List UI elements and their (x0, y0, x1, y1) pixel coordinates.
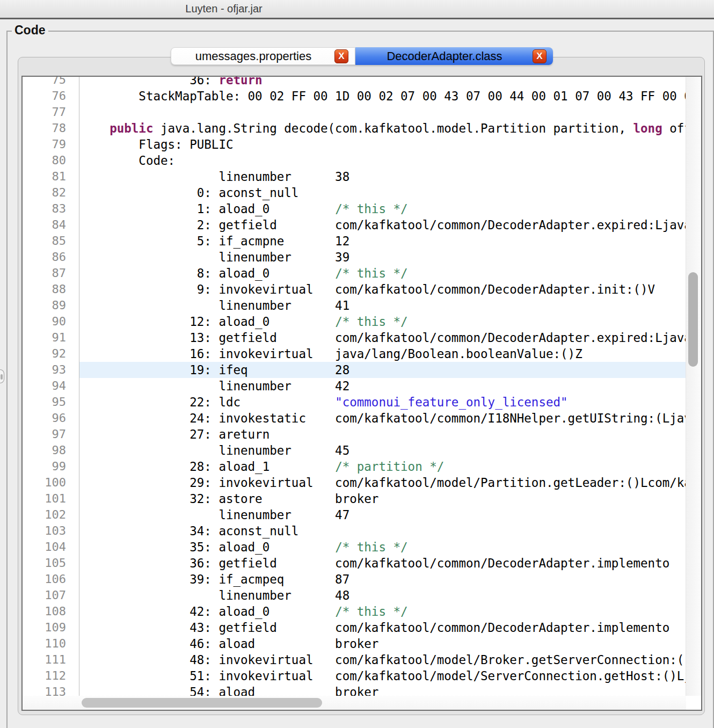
code-text[interactable]: 2: getfield com/kafkatool/common/Decoder… (79, 217, 702, 233)
code-line[interactable]: 79 Flags: PUBLIC (23, 136, 702, 152)
code-line[interactable]: 87 8: aload_0 /* this */ (23, 265, 702, 281)
code-text[interactable]: 12: aload_0 /* this */ (79, 314, 702, 330)
horizontal-scrollbar-thumb[interactable] (82, 698, 322, 708)
code-line[interactable]: 82 0: aconst_null (23, 185, 702, 201)
code-text[interactable]: 0: aconst_null (79, 185, 702, 201)
code-line[interactable]: 86 linenumber 39 (23, 249, 702, 265)
code-text[interactable]: linenumber 42 (79, 378, 702, 394)
tab-umessages-properties[interactable]: umessages.properties X (171, 47, 355, 65)
code-line[interactable]: 100 29: invokevirtual com/kafkatool/mode… (23, 475, 702, 491)
code-line[interactable]: 94 linenumber 42 (23, 378, 702, 394)
code-line[interactable]: 103 34: aconst_null (23, 523, 702, 539)
code-line[interactable]: 92 16: invokevirtual java/lang/Boolean.b… (23, 346, 702, 362)
code-line[interactable]: 85 5: if_acmpne 12 (23, 233, 702, 249)
code-line[interactable]: 88 9: invokevirtual com/kafkatool/common… (23, 281, 702, 297)
code-text[interactable]: 19: ifeq 28 (79, 362, 702, 378)
code-line[interactable]: 102 linenumber 47 (23, 507, 702, 523)
code-text[interactable]: 35: aload_0 /* this */ (79, 539, 702, 555)
line-number: 87 (23, 265, 79, 281)
line-number: 101 (23, 491, 79, 507)
code-line[interactable]: 90 12: aload_0 /* this */ (23, 314, 702, 330)
line-number: 77 (23, 104, 79, 120)
code-text[interactable]: linenumber 41 (79, 297, 702, 314)
code-text[interactable]: linenumber 48 (79, 587, 702, 603)
code-line[interactable]: 76 StackMapTable: 00 02 FF 00 1D 00 02 0… (23, 88, 702, 104)
code-line[interactable]: 97 27: areturn (23, 426, 702, 442)
code-text[interactable] (79, 104, 702, 120)
code-text[interactable]: 51: invokevirtual com/kafkatool/model/Se… (79, 668, 702, 684)
code-line[interactable]: 109 43: getfield com/kafkatool/common/De… (23, 620, 702, 636)
code-line[interactable]: 78 public java.lang.String decode(com.ka… (23, 120, 702, 136)
line-number: 81 (23, 169, 79, 185)
vertical-scrollbar-thumb[interactable] (688, 272, 698, 367)
code-text[interactable]: 9: invokevirtual com/kafkatool/common/De… (79, 281, 702, 297)
code-text[interactable]: 36: return (79, 76, 702, 88)
code-text[interactable]: 48: invokevirtual com/kafkatool/model/Br… (79, 652, 702, 668)
code-line[interactable]: 111 48: invokevirtual com/kafkatool/mode… (23, 652, 702, 668)
code-line[interactable]: 75 36: return (23, 76, 702, 88)
code-line[interactable]: 80 Code: (23, 152, 702, 169)
code-line[interactable]: 77 (23, 104, 702, 120)
code-text[interactable]: 16: invokevirtual java/lang/Boolean.bool… (79, 346, 702, 362)
code-text[interactable]: 46: aload broker (79, 636, 702, 652)
code-text[interactable]: 43: getfield com/kafkatool/common/Decode… (79, 620, 702, 636)
code-line[interactable]: 110 46: aload broker (23, 636, 702, 652)
code-line[interactable]: 81 linenumber 38 (23, 169, 702, 185)
code-line[interactable]: 108 42: aload_0 /* this */ (23, 603, 702, 620)
code-line[interactable]: 101 32: astore broker (23, 491, 702, 507)
code-text[interactable]: 39: if_acmpeq 87 (79, 571, 702, 587)
code-line[interactable]: 91 13: getfield com/kafkatool/common/Dec… (23, 330, 702, 346)
code-text[interactable]: 5: if_acmpne 12 (79, 233, 702, 249)
line-number: 110 (23, 636, 79, 652)
code-text[interactable]: Code: (79, 152, 702, 169)
code-text[interactable]: 22: ldc "commonui_feature_only_licensed" (79, 394, 702, 410)
close-tab-icon[interactable]: X (334, 49, 348, 63)
editor-scrollpane: 75 36: return76 StackMapTable: 00 02 FF … (21, 76, 702, 711)
code-text[interactable]: 36: getfield com/kafkatool/common/Decode… (79, 555, 702, 571)
code-line[interactable]: 89 linenumber 41 (23, 297, 702, 314)
close-tab-icon[interactable]: X (533, 49, 547, 63)
line-number: 86 (23, 249, 79, 265)
code-line[interactable]: 112 51: invokevirtual com/kafkatool/mode… (23, 668, 702, 684)
code-text[interactable]: 28: aload_1 /* partition */ (79, 458, 702, 475)
code-line[interactable]: 93 19: ifeq 28 (23, 362, 702, 378)
line-number: 82 (23, 185, 79, 201)
code-line[interactable]: 84 2: getfield com/kafkatool/common/Deco… (23, 217, 702, 233)
code-text[interactable]: linenumber 45 (79, 442, 702, 458)
line-number: 97 (23, 426, 79, 442)
code-text[interactable]: linenumber 47 (79, 507, 702, 523)
code-line[interactable]: 83 1: aload_0 /* this */ (23, 201, 702, 217)
code-text[interactable]: linenumber 38 (79, 169, 702, 185)
code-text[interactable]: 32: astore broker (79, 491, 702, 507)
code-line[interactable]: 106 39: if_acmpeq 87 (23, 571, 702, 587)
code-line[interactable]: 95 22: ldc "commonui_feature_only_licens… (23, 394, 702, 410)
horizontal-scrollbar[interactable] (23, 696, 686, 710)
line-number: 108 (23, 603, 79, 620)
code-text[interactable]: 29: invokevirtual com/kafkatool/model/Pa… (79, 475, 702, 491)
code-line[interactable]: 105 36: getfield com/kafkatool/common/De… (23, 555, 702, 571)
code-line[interactable]: 107 linenumber 48 (23, 587, 702, 603)
code-text[interactable]: 13: getfield com/kafkatool/common/Decode… (79, 330, 702, 346)
code-text[interactable]: 42: aload_0 /* this */ (79, 603, 702, 620)
line-number: 75 (23, 76, 79, 88)
code-line[interactable]: 96 24: invokestatic com/kafkatool/common… (23, 410, 702, 426)
line-number: 100 (23, 475, 79, 491)
code-line[interactable]: 98 linenumber 45 (23, 442, 702, 458)
code-text[interactable]: StackMapTable: 00 02 FF 00 1D 00 02 07 0… (79, 88, 702, 104)
code-text[interactable]: 27: areturn (79, 426, 702, 442)
code-text[interactable]: 8: aload_0 /* this */ (79, 265, 702, 281)
code-text[interactable]: 1: aload_0 /* this */ (79, 201, 702, 217)
code-text[interactable]: 24: invokestatic com/kafkatool/common/I1… (79, 410, 702, 426)
line-number: 88 (23, 281, 79, 297)
code-text[interactable]: public java.lang.String decode(com.kafka… (79, 120, 702, 136)
code-text[interactable]: Flags: PUBLIC (79, 136, 702, 152)
tab-decoderadapter-class[interactable]: DecoderAdapter.class X (355, 47, 553, 65)
code-line[interactable]: 104 35: aload_0 /* this */ (23, 539, 702, 555)
vertical-scrollbar[interactable] (686, 77, 701, 696)
line-number: 96 (23, 410, 79, 426)
code-line[interactable]: 99 28: aload_1 /* partition */ (23, 458, 702, 475)
code-text[interactable]: linenumber 39 (79, 249, 702, 265)
splitpane-divider-handle[interactable] (0, 369, 4, 383)
line-number: 83 (23, 201, 79, 217)
code-text[interactable]: 34: aconst_null (79, 523, 702, 539)
